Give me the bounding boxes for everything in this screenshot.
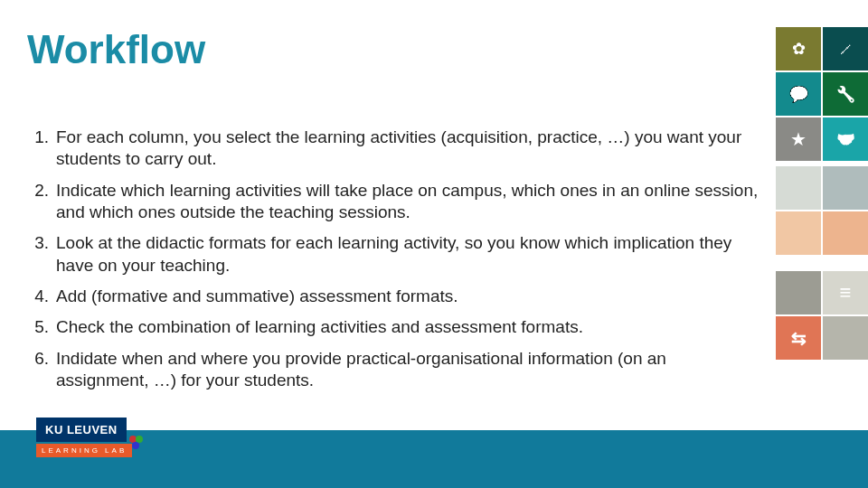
footer-bar: KU LEUVEN LEARNING LAB (0, 430, 868, 488)
leaf-icon (776, 27, 821, 70)
signpost-icon (776, 316, 821, 360)
menu-lines-icon (823, 271, 868, 314)
list-text: Indicate which learning activities will … (56, 180, 761, 224)
list-item: 1.For each column, you select the learni… (29, 127, 761, 171)
list-item: 6.Indidate when and where you provide pr… (29, 348, 761, 392)
grid-tile (776, 271, 821, 314)
handshake-icon (823, 117, 868, 161)
faded-tile (823, 211, 868, 255)
list-text: Add (formative and summative) assessment… (56, 286, 761, 307)
icon-grid-bottom (776, 271, 868, 360)
faded-tile (776, 211, 821, 255)
list-number: 5. (29, 316, 56, 338)
brand-bottom-text: LEARNING LAB (36, 444, 132, 457)
list-number: 1. (29, 127, 56, 171)
star-icon (776, 117, 821, 161)
slide: Workflow 1.For each column, you select t… (0, 0, 868, 488)
chat-icon (776, 72, 821, 116)
list-text: For each column, you select the learning… (56, 127, 761, 171)
icon-grid-top (776, 27, 868, 161)
ku-leuven-logo: KU LEUVEN LEARNING LAB (36, 418, 132, 457)
list-text: Look at the didactic formats for each le… (56, 232, 761, 277)
list-number: 2. (29, 180, 56, 224)
list-number: 6. (29, 348, 56, 392)
workflow-list: 1.For each column, you select the learni… (29, 127, 761, 400)
slide-title: Workflow (27, 27, 205, 72)
list-number: 3. (29, 232, 56, 277)
list-number: 4. (29, 286, 56, 307)
icon-grid-middle (776, 166, 868, 255)
grid-tile (823, 316, 868, 360)
list-item: 5.Check the combination of learning acti… (29, 316, 761, 338)
faded-tile (823, 166, 868, 210)
faded-tile (776, 166, 821, 210)
list-item: 4.Add (formative and summative) assessme… (29, 286, 761, 307)
list-item: 3.Look at the didactic formats for each … (29, 232, 761, 277)
list-item: 2.Indicate which learning activities wil… (29, 180, 761, 224)
list-text: Check the combination of learning activi… (56, 316, 761, 338)
wrench-icon (823, 72, 868, 116)
screwdriver-icon (823, 27, 868, 70)
list-text: Indidate when and where you provide prac… (56, 348, 761, 392)
brand-top-text: KU LEUVEN (36, 418, 127, 442)
rgb-dots-icon (127, 436, 145, 454)
